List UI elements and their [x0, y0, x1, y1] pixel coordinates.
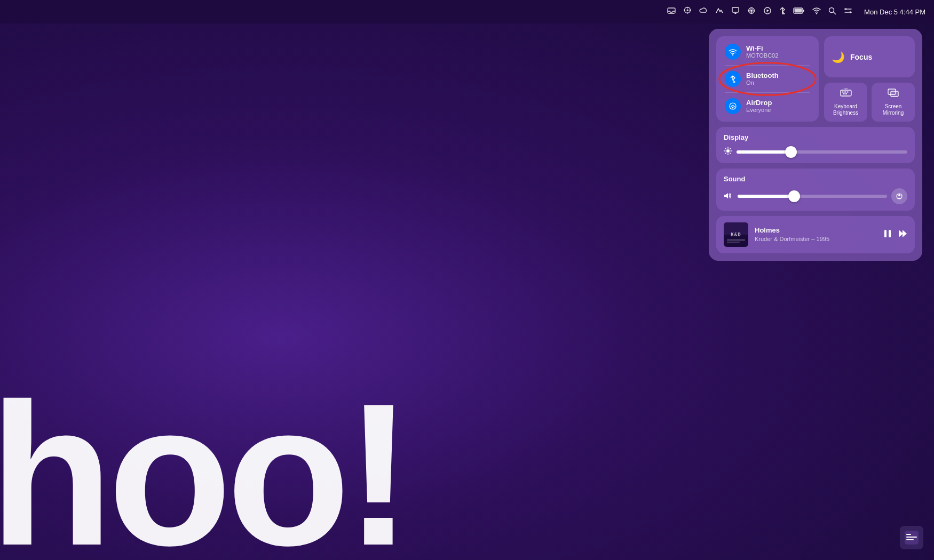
svg-point-17	[849, 11, 851, 13]
search-menubar-icon[interactable]	[828, 7, 836, 17]
sound-slider-thumb[interactable]	[788, 190, 800, 202]
bluetooth-subtitle: On	[746, 79, 779, 86]
svg-point-20	[732, 54, 733, 55]
wifi-label: Wi-Fi	[746, 44, 778, 53]
volume-icon	[724, 192, 733, 201]
svg-rect-48	[727, 239, 745, 241]
display-title: Display	[724, 133, 907, 141]
sound-title: Sound	[724, 175, 907, 183]
svg-rect-25	[842, 92, 843, 93]
airdrop-text: AirDrop Everyone	[746, 99, 772, 114]
track-title: Holmes	[755, 226, 876, 235]
bluetooth-text: Bluetooth On	[746, 71, 779, 87]
sound-slider-track[interactable]	[738, 195, 887, 198]
bluetooth-icon	[725, 71, 741, 87]
display-section: Display	[716, 127, 915, 163]
pause-button[interactable]	[883, 229, 892, 241]
divider-2	[725, 92, 810, 93]
svg-point-14	[845, 8, 847, 10]
svg-marker-8	[767, 10, 770, 12]
svg-rect-49	[727, 242, 740, 243]
svg-point-34	[726, 149, 730, 153]
display-slider-row	[724, 147, 907, 157]
svg-rect-3	[732, 7, 739, 12]
focus-icon: 🌙	[832, 51, 845, 63]
right-column: 🌙 Focus	[824, 36, 915, 122]
track-info: Holmes Kruder & Dorfmeister – 1995	[755, 226, 876, 243]
sound-slider-fill	[738, 195, 794, 198]
airdrop-subtitle: Everyone	[746, 107, 772, 114]
screen-mirroring-label: Screen Mirroring	[876, 103, 911, 116]
bluetooth-item[interactable]: Bluetooth On	[723, 68, 812, 90]
display-slider-track[interactable]	[737, 150, 907, 154]
svg-rect-10	[803, 10, 804, 12]
svg-line-40	[730, 153, 731, 154]
display-slider-fill	[737, 150, 791, 154]
svg-rect-51	[889, 230, 891, 237]
control-center-top: Wi-Fi MOTOBC02 Bluetooth On	[716, 36, 915, 122]
skip-forward-button[interactable]	[898, 229, 907, 241]
svg-line-41	[730, 148, 731, 149]
playback-controls	[883, 229, 907, 241]
media-player-icon[interactable]	[763, 6, 772, 17]
screen-mirroring-button[interactable]: Screen Mirroring	[872, 83, 915, 122]
display-slider-thumb[interactable]	[785, 146, 797, 158]
svg-rect-11	[795, 9, 802, 13]
svg-rect-28	[843, 93, 844, 94]
svg-rect-24	[841, 90, 851, 96]
svg-point-2	[687, 10, 688, 11]
desktop-large-text: hoo!	[0, 373, 407, 560]
control-center-menubar-icon[interactable]	[844, 6, 852, 17]
svg-rect-29	[845, 93, 847, 94]
svg-point-12	[816, 13, 817, 14]
svg-line-39	[725, 148, 726, 149]
focus-label: Focus	[850, 53, 872, 61]
album-art: K&D	[724, 222, 748, 247]
maps-icon[interactable]	[683, 6, 692, 17]
keyboard-brightness-label: Keyboard Brightness	[828, 103, 863, 116]
focus-button[interactable]: 🌙 Focus	[824, 36, 915, 77]
svg-rect-50	[884, 230, 886, 237]
now-playing-section: K&D Holmes Kruder & Dorfmeister – 1995	[716, 216, 915, 253]
keyboard-brightness-button[interactable]: Keyboard Brightness	[824, 83, 867, 122]
svg-text:K&D: K&D	[731, 232, 741, 237]
track-artist: Kruder & Dorfmeister – 1995	[755, 235, 876, 243]
divider-1	[725, 65, 810, 66]
menubar-icons: Mon Dec 5 4:44 PM	[667, 6, 925, 17]
svg-rect-57	[906, 539, 914, 540]
menubar: Mon Dec 5 4:44 PM	[0, 0, 934, 23]
bluetooth-label: Bluetooth	[746, 71, 779, 80]
svg-rect-33	[891, 92, 898, 96]
svg-marker-53	[903, 230, 907, 237]
bottom-right-accessibility-icon[interactable]	[900, 526, 923, 549]
control-center-panel: Wi-Fi MOTOBC02 Bluetooth On	[709, 29, 922, 261]
battery-icon[interactable]	[793, 7, 805, 17]
creative-cloud-icon[interactable]	[715, 6, 724, 17]
sound-slider-row	[724, 188, 907, 204]
airdrop-item[interactable]: AirDrop Everyone	[723, 95, 812, 117]
svg-rect-56	[906, 537, 917, 538]
airplay-icon[interactable]	[731, 6, 740, 17]
sound-section: Sound	[716, 169, 915, 211]
wifi-icon	[725, 44, 741, 60]
podcast-icon[interactable]	[747, 6, 756, 17]
svg-point-44	[898, 194, 900, 196]
wifi-subtitle: MOTOBC02	[746, 52, 778, 59]
sound-output-button[interactable]	[891, 188, 907, 204]
svg-rect-55	[906, 534, 911, 535]
svg-rect-26	[844, 92, 846, 93]
album-art-inner: K&D	[724, 222, 748, 247]
svg-rect-27	[846, 92, 848, 93]
wifi-item[interactable]: Wi-Fi MOTOBC02	[723, 41, 812, 63]
airdrop-icon	[725, 98, 741, 114]
svg-point-23	[732, 107, 734, 109]
inbox-icon[interactable]	[667, 6, 676, 17]
wifi-menubar-icon[interactable]	[812, 7, 821, 17]
screen-mirroring-icon	[888, 88, 899, 100]
brightness-icon	[724, 147, 732, 157]
bluetooth-menubar-icon[interactable]	[779, 6, 786, 17]
svg-marker-52	[899, 230, 903, 237]
svg-line-42	[725, 153, 726, 154]
menubar-datetime[interactable]: Mon Dec 5 4:44 PM	[864, 8, 925, 16]
cloud-icon[interactable]	[699, 6, 708, 17]
